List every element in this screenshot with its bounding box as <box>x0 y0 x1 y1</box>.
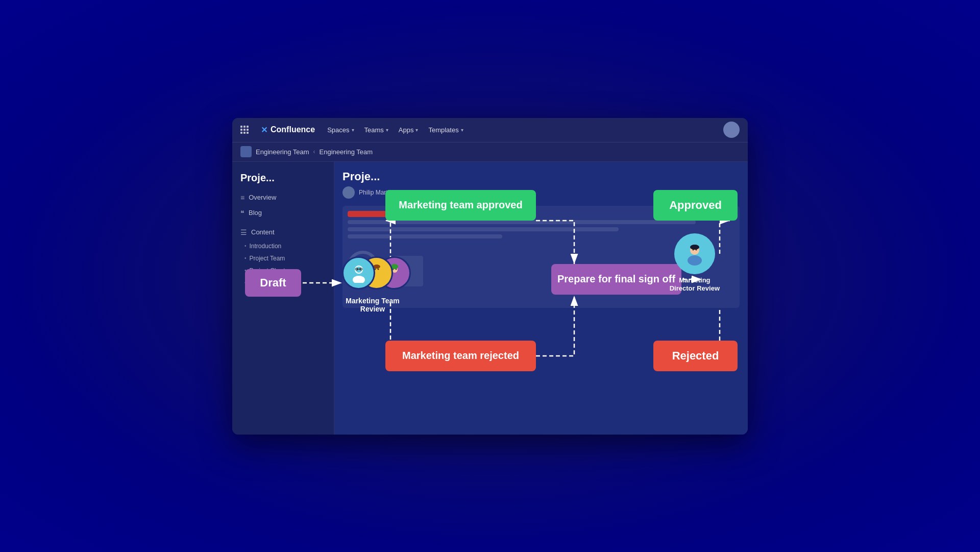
sidebar-sub-project-team[interactable]: Project Team <box>232 252 334 265</box>
content-preview <box>342 206 740 308</box>
content-chart <box>348 246 734 286</box>
author-avatar <box>342 186 355 199</box>
breadcrumb-page[interactable]: Engineering Team <box>320 148 373 156</box>
top-nav: ✕ Confluence Spaces ▾ Teams ▾ Apps ▾ Tem… <box>232 118 748 142</box>
sidebar-item-blog[interactable]: ❝ Blog <box>232 205 334 221</box>
sidebar-item-overview[interactable]: ≡ Overview <box>232 190 334 205</box>
author-row: Philip Martinez <box>342 186 740 199</box>
nav-spaces[interactable]: Spaces ▾ <box>327 126 354 134</box>
avatar[interactable] <box>723 122 740 138</box>
space-icon <box>240 146 252 157</box>
chevron-down-icon: ▾ <box>352 127 354 133</box>
breadcrumb: Engineering Team ‹ Engineering Team <box>232 142 748 162</box>
confluence-logo[interactable]: ✕ Confluence <box>261 125 315 135</box>
content-page-title: Proje... <box>342 170 740 183</box>
sidebar-sub-project-charter[interactable]: Project Charter <box>232 265 334 277</box>
nav-teams[interactable]: Teams ▾ <box>364 126 388 134</box>
chevron-down-icon: ▾ <box>415 127 418 133</box>
confluence-window: ✕ Confluence Spaces ▾ Teams ▾ Apps ▾ Tem… <box>232 118 748 435</box>
sidebar-item-label: Blog <box>249 209 262 217</box>
sidebar-sub-budget-tracker[interactable]: Budget Tracker <box>232 277 334 289</box>
sidebar-item-label: Overview <box>249 194 276 201</box>
sidebar-item-label: Content <box>251 228 275 236</box>
sidebar: Proje... ≡ Overview ❝ Blog ☰ Content Int… <box>232 162 334 435</box>
overview-icon: ≡ <box>240 194 244 202</box>
sidebar-sub-introduction[interactable]: Introduction <box>232 240 334 252</box>
app-name: Confluence <box>271 125 315 134</box>
content-area: Proje... Philip Martinez <box>334 162 748 435</box>
page-title: Proje... <box>240 172 326 184</box>
main-layout: Proje... ≡ Overview ❝ Blog ☰ Content Int… <box>232 162 748 435</box>
content-bar <box>348 220 696 224</box>
blog-icon: ❝ <box>240 209 244 217</box>
x-logo-icon: ✕ <box>261 125 267 135</box>
content-bar <box>348 234 502 238</box>
grid-icon[interactable] <box>240 126 249 134</box>
content-icon: ☰ <box>240 228 247 236</box>
sidebar-page-title-area: Proje... <box>232 168 334 190</box>
chevron-down-icon: ▾ <box>461 127 463 133</box>
nav-templates[interactable]: Templates ▾ <box>428 126 463 134</box>
breadcrumb-space[interactable]: Engineering Team <box>256 148 309 156</box>
nav-apps[interactable]: Apps ▾ <box>399 126 419 134</box>
nav-items: Spaces ▾ Teams ▾ Apps ▾ Templates ▾ <box>327 126 711 134</box>
sidebar-item-content[interactable]: ☰ Content <box>232 225 334 240</box>
content-bar-red <box>348 211 463 217</box>
chart-placeholder <box>393 256 423 286</box>
chart-circle <box>348 251 378 281</box>
chevron-down-icon: ▾ <box>386 127 388 133</box>
sidebar-content-section: ☰ Content Introduction Project Team Proj… <box>232 225 334 289</box>
author-name: Philip Martinez <box>359 189 399 196</box>
content-bar <box>348 227 619 231</box>
breadcrumb-separator: ‹ <box>313 148 315 155</box>
